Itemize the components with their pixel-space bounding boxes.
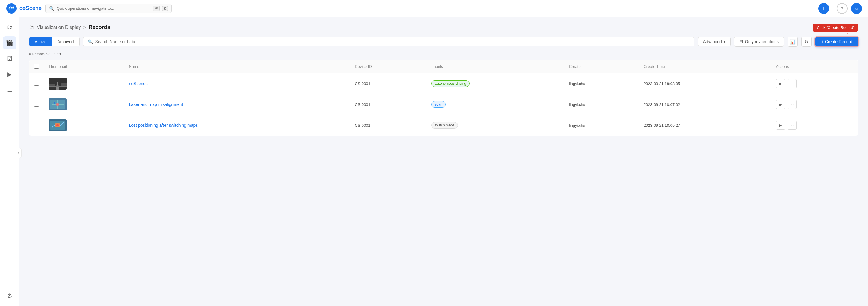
kbd-cmd: ⌘ bbox=[153, 6, 160, 11]
record-name-link[interactable]: Lost positioning after switching maps bbox=[129, 123, 198, 128]
tab-archived[interactable]: Archived bbox=[52, 37, 79, 46]
record-name-link[interactable]: Laser and map misalignment bbox=[129, 102, 183, 107]
search-records-input[interactable] bbox=[95, 39, 690, 44]
th-labels: Labels bbox=[427, 60, 564, 73]
sidebar-item-files[interactable]: 🗂 bbox=[3, 21, 16, 34]
avatar-button[interactable]: u bbox=[851, 3, 862, 14]
sidebar-item-settings[interactable]: ⚙ bbox=[3, 289, 16, 302]
label-tag[interactable]: autonomous driving bbox=[431, 80, 470, 87]
advanced-filter-label: Advanced bbox=[703, 39, 722, 44]
more-actions-button[interactable]: ··· bbox=[787, 121, 797, 130]
search-input-wrap[interactable]: 🔍 bbox=[83, 37, 694, 47]
breadcrumb-separator: > bbox=[83, 25, 86, 30]
layers-icon: ☰ bbox=[7, 86, 12, 93]
tab-active[interactable]: Active bbox=[29, 37, 52, 46]
row-checkbox-2[interactable] bbox=[34, 102, 39, 107]
more-actions-button[interactable]: ··· bbox=[787, 100, 797, 109]
avatar-label: u bbox=[855, 6, 858, 11]
record-name-link[interactable]: nuScenes bbox=[129, 81, 148, 86]
row-create-time: 2023-09-21 18:07:02 bbox=[639, 94, 771, 115]
files-icon: 🗂 bbox=[7, 24, 13, 31]
advanced-filter-button[interactable]: Advanced ▾ bbox=[698, 37, 731, 47]
row-thumbnail bbox=[44, 115, 124, 136]
help-button[interactable]: ? bbox=[837, 3, 847, 14]
sidebar-collapse-button[interactable]: › bbox=[16, 148, 22, 158]
chart-icon-button[interactable]: 📊 bbox=[787, 36, 798, 47]
refresh-button[interactable]: ↻ bbox=[801, 36, 812, 47]
table-header: Thumbnail Name Device ID Labels Creator … bbox=[29, 60, 858, 73]
sidebar: 🗂 🎬 ☑ ▶ ☰ ⚙ bbox=[0, 17, 19, 306]
sidebar-item-datasets[interactable]: ☰ bbox=[3, 83, 16, 96]
svg-point-11 bbox=[54, 102, 56, 104]
row-labels: scan bbox=[427, 94, 564, 115]
more-actions-button[interactable]: ··· bbox=[787, 79, 797, 88]
global-search-input[interactable] bbox=[57, 6, 150, 10]
gear-icon: ⚙ bbox=[7, 292, 12, 299]
create-time-value: 2023-09-21 18:05:27 bbox=[644, 123, 680, 128]
play-record-button[interactable]: ▶ bbox=[776, 121, 785, 130]
search-records-icon: 🔍 bbox=[88, 39, 93, 44]
nav-divider bbox=[833, 5, 833, 12]
row-creator: lingyi.chu bbox=[564, 73, 639, 94]
create-time-value: 2023-09-21 18:08:05 bbox=[644, 82, 680, 86]
search-icon: 🔍 bbox=[49, 6, 54, 11]
svg-point-15 bbox=[56, 124, 59, 127]
breadcrumb: 🗂 Visualization Display > Records bbox=[29, 24, 858, 30]
select-all-checkbox[interactable] bbox=[34, 64, 39, 68]
row-checkbox-1[interactable] bbox=[34, 81, 39, 86]
logo[interactable]: coScene bbox=[6, 3, 41, 14]
camera-icon: 🎬 bbox=[6, 39, 13, 47]
device-id-value: CS-0001 bbox=[355, 123, 370, 128]
toolbar: Active Archived 🔍 Advanced ▾ ⊟ Only my c… bbox=[29, 36, 858, 47]
tasks-icon: ☑ bbox=[7, 55, 12, 62]
chevron-down-icon: ▾ bbox=[724, 40, 725, 44]
sidebar-item-records[interactable]: 🎬 bbox=[3, 36, 16, 50]
records-count: 0 records selected bbox=[29, 52, 858, 56]
svg-rect-5 bbox=[61, 83, 67, 86]
creator-value: lingyi.chu bbox=[569, 82, 585, 86]
svg-rect-4 bbox=[49, 84, 55, 86]
sidebar-item-tasks[interactable]: ☑ bbox=[3, 52, 16, 65]
play-record-button[interactable]: ▶ bbox=[776, 100, 785, 109]
row-thumbnail bbox=[44, 73, 124, 94]
row-creator: lingyi.chu bbox=[564, 115, 639, 136]
breadcrumb-current: Records bbox=[89, 24, 110, 30]
th-name: Name bbox=[124, 60, 350, 73]
bar-chart-icon: 📊 bbox=[789, 39, 796, 45]
th-device-id: Device ID bbox=[350, 60, 427, 73]
creator-value: lingyi.chu bbox=[569, 123, 585, 128]
logo-text: coScene bbox=[19, 5, 41, 11]
row-thumbnail bbox=[44, 94, 124, 115]
create-time-value: 2023-09-21 18:07:02 bbox=[644, 102, 680, 107]
device-id-value: CS-0001 bbox=[355, 102, 370, 107]
breadcrumb-parent[interactable]: Visualization Display bbox=[37, 25, 81, 30]
row-creator: lingyi.chu bbox=[564, 94, 639, 115]
create-record-button[interactable]: + Create Record bbox=[815, 37, 858, 47]
refresh-icon: ↻ bbox=[804, 39, 808, 45]
only-mine-button[interactable]: ⊟ Only my creations bbox=[734, 36, 784, 47]
row-name: Laser and map misalignment bbox=[124, 94, 350, 115]
label-tag[interactable]: switch maps bbox=[431, 122, 458, 129]
row-checkbox-cell bbox=[29, 73, 44, 94]
row-actions: ▶ ··· bbox=[771, 115, 858, 136]
row-name: Lost positioning after switching maps bbox=[124, 115, 350, 136]
create-button[interactable]: + bbox=[818, 3, 829, 14]
row-name: nuScenes bbox=[124, 73, 350, 94]
label-tag[interactable]: scan bbox=[431, 101, 445, 108]
row-checkbox-cell bbox=[29, 115, 44, 136]
play-record-button[interactable]: ▶ bbox=[776, 79, 785, 88]
row-checkbox-3[interactable] bbox=[34, 122, 39, 127]
row-device-id: CS-0001 bbox=[350, 115, 427, 136]
table-row: Laser and map misalignment CS-0001 scan … bbox=[29, 94, 858, 115]
creator-value: lingyi.chu bbox=[569, 102, 585, 107]
top-nav: coScene 🔍 ⌘ K + ? u bbox=[0, 0, 868, 17]
records-table: Thumbnail Name Device ID Labels Creator … bbox=[29, 60, 858, 136]
th-creator: Creator bbox=[564, 60, 639, 73]
breadcrumb-icon: 🗂 bbox=[29, 24, 34, 30]
row-create-time: 2023-09-21 18:05:27 bbox=[639, 115, 771, 136]
th-checkbox bbox=[29, 60, 44, 73]
table-row: nuScenes CS-0001 autonomous driving ling… bbox=[29, 73, 858, 94]
global-search-bar[interactable]: 🔍 ⌘ K bbox=[45, 4, 172, 13]
row-device-id: CS-0001 bbox=[350, 73, 427, 94]
sidebar-item-visualize[interactable]: ▶ bbox=[3, 67, 16, 81]
